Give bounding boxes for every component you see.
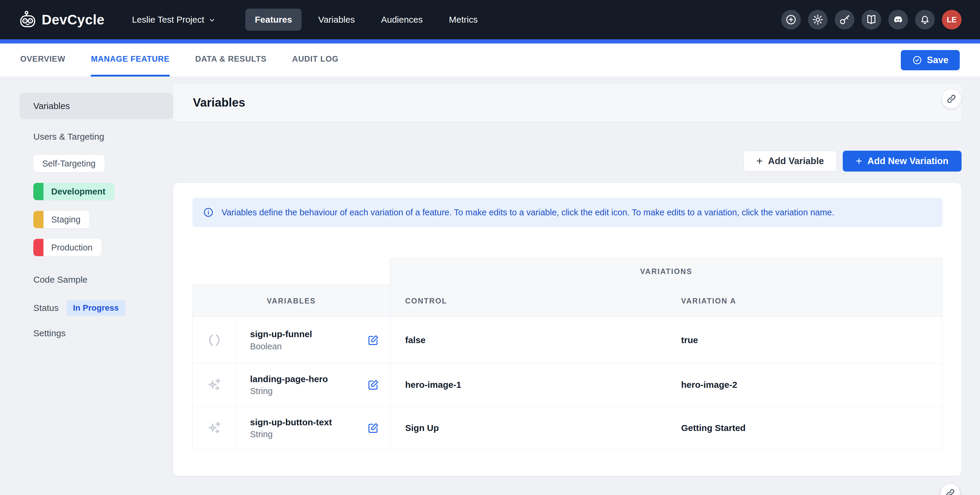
control-value-cell[interactable]: hero-image-1	[390, 363, 666, 407]
table-actions: + Add Variable + Add New Variation	[173, 151, 961, 172]
info-icon	[203, 207, 214, 218]
info-banner: Variables define the behaviour of each v…	[192, 198, 942, 227]
plus-icon: +	[856, 156, 862, 167]
plus-icon: +	[756, 156, 763, 167]
sidebar-item-settings[interactable]: Settings	[20, 328, 173, 338]
variables-card: Variables define the behaviour of each v…	[173, 183, 961, 476]
status-row: Status In Progress	[20, 300, 173, 316]
group-header-label: VARIATIONS	[640, 267, 692, 276]
top-navigation: DevCycle Leslie Test Project Features Va…	[0, 0, 980, 39]
variables-table: VARIATIONS VARIABLES CONTROL VARIATION A	[192, 258, 942, 450]
sidebar-item-label: Variables	[33, 101, 70, 111]
column-header-control: CONTROL	[390, 285, 666, 317]
brand-name: DevCycle	[42, 12, 105, 28]
nav-item-variables[interactable]: Variables	[309, 9, 364, 31]
add-variable-button[interactable]: + Add Variable	[744, 151, 837, 172]
variable-type: String	[250, 386, 328, 396]
link-icon[interactable]	[942, 89, 961, 108]
env-label: Self-Targeting	[33, 159, 105, 169]
devcycle-logo[interactable]: DevCycle	[19, 10, 105, 29]
sparkles-icon	[206, 376, 223, 393]
env-color-bar	[33, 183, 43, 200]
save-button-label: Save	[927, 55, 948, 65]
feature-sidebar: Variables Users & Targeting Self-Targeti…	[0, 77, 173, 495]
variable-type: Boolean	[250, 342, 312, 352]
sparkles-icon	[206, 420, 223, 436]
env-label: Staging	[43, 215, 89, 224]
variation-a-value-cell[interactable]: true	[666, 317, 942, 363]
page-content: Variables Users & Targeting Self-Targeti…	[0, 77, 980, 495]
sidebar-item-variables[interactable]: Variables	[20, 93, 173, 119]
bell-icon[interactable]	[915, 10, 935, 29]
accent-progress-bar	[0, 39, 980, 43]
key-icon[interactable]	[835, 10, 854, 29]
table-row-icon-cell	[192, 363, 236, 407]
tab-data-results[interactable]: DATA & RESULTS	[195, 43, 267, 76]
variation-a-value-cell[interactable]: Getting Started	[666, 407, 942, 450]
column-header-variables: VARIABLES	[192, 285, 390, 317]
tab-manage-feature[interactable]: MANAGE FEATURE	[91, 43, 169, 76]
variable-name-cell: landing-page-hero String	[236, 363, 390, 407]
sidebar-item-users-targeting[interactable]: Users & Targeting	[20, 132, 173, 142]
variable-name[interactable]: sign-up-funnel	[250, 328, 312, 340]
boolean-icon	[206, 332, 223, 349]
variable-type: String	[250, 430, 332, 439]
env-label: Production	[43, 243, 102, 253]
tab-overview[interactable]: OVERVIEW	[20, 43, 65, 76]
docs-book-icon[interactable]	[862, 10, 881, 29]
user-avatar[interactable]: LE	[942, 10, 961, 29]
add-circle-icon[interactable]	[781, 10, 801, 29]
env-label: Development	[43, 187, 114, 197]
tab-audit-log[interactable]: AUDIT LOG	[292, 43, 339, 76]
info-banner-text: Variables define the behaviour of each v…	[221, 208, 834, 217]
table-row-icon-cell	[192, 317, 236, 363]
avatar-initials: LE	[947, 15, 956, 24]
check-circle-icon	[912, 55, 922, 65]
add-variable-label: Add Variable	[768, 156, 824, 167]
add-new-variation-label: Add New Variation	[867, 156, 948, 167]
project-selector-label: Leslie Test Project	[132, 14, 204, 25]
status-badge[interactable]: In Progress	[66, 300, 125, 316]
variable-name-cell: sign-up-button-text String	[236, 407, 390, 450]
nav-item-features[interactable]: Features	[245, 9, 302, 31]
edit-variable-icon[interactable]	[368, 379, 379, 391]
status-label: Status	[33, 303, 59, 313]
env-pill-production[interactable]: Production	[33, 239, 102, 256]
table-row-icon-cell	[192, 407, 236, 450]
variation-a-value-cell[interactable]: hero-image-2	[666, 363, 942, 407]
edit-variable-icon[interactable]	[368, 334, 379, 346]
gear-icon[interactable]	[808, 10, 827, 29]
env-color-bar	[33, 211, 43, 228]
nav-item-metrics[interactable]: Metrics	[439, 9, 487, 31]
variations-group-header: VARIATIONS	[390, 258, 942, 285]
edit-variable-icon[interactable]	[368, 422, 379, 434]
env-pill-development[interactable]: Development	[33, 183, 114, 200]
env-pill-staging[interactable]: Staging	[33, 211, 89, 228]
page-title: Variables	[193, 96, 245, 109]
devcycle-robot-icon	[19, 10, 37, 29]
environment-list: Self-Targeting Development Staging Produ…	[33, 155, 173, 267]
env-color-bar	[33, 239, 43, 256]
primary-nav: Features Variables Audiences Metrics	[245, 9, 487, 31]
table-spacer	[192, 258, 390, 285]
discord-icon[interactable]	[888, 10, 908, 29]
project-selector[interactable]: Leslie Test Project	[132, 14, 216, 25]
section-header: Variables	[173, 84, 961, 121]
variable-name[interactable]: sign-up-button-text	[250, 417, 332, 428]
main-panel: Variables + Add Variable + Add New Varia…	[173, 77, 980, 495]
nav-utilities: LE	[781, 10, 961, 29]
variable-name[interactable]: landing-page-hero	[250, 374, 328, 385]
chevron-down-icon	[208, 17, 216, 24]
column-header-variation-a: VARIATION A	[666, 285, 942, 317]
save-button[interactable]: Save	[901, 50, 960, 70]
control-value-cell[interactable]: false	[390, 317, 666, 363]
nav-item-audiences[interactable]: Audiences	[372, 9, 432, 31]
env-pill-self-targeting[interactable]: Self-Targeting	[33, 155, 105, 172]
feature-tab-bar: OVERVIEW MANAGE FEATURE DATA & RESULTS A…	[0, 43, 980, 77]
variable-name-cell: sign-up-funnel Boolean	[236, 317, 390, 363]
add-new-variation-button[interactable]: + Add New Variation	[843, 151, 961, 172]
control-value-cell[interactable]: Sign Up	[390, 407, 666, 450]
sidebar-item-code-sample[interactable]: Code Sample	[20, 275, 173, 285]
